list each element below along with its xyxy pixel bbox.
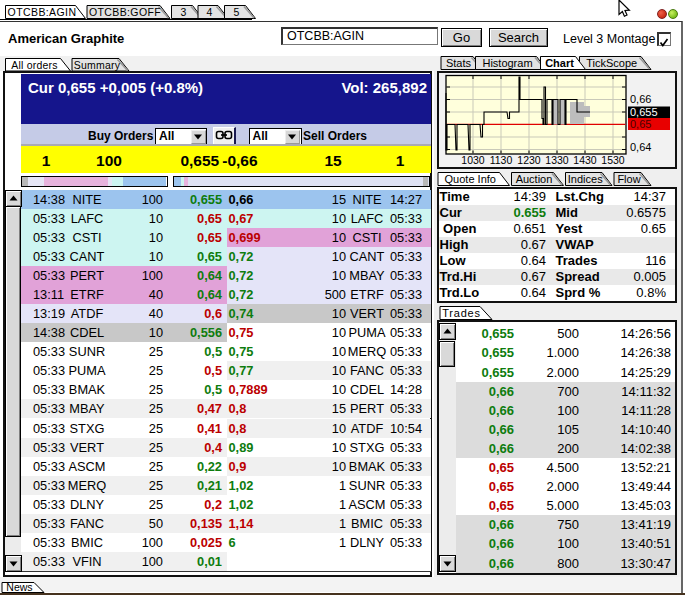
- svg-text:Stats: Stats: [446, 57, 472, 69]
- svg-text:Flow: Flow: [617, 173, 640, 185]
- svg-text:0,655: 0,655: [630, 106, 658, 118]
- svg-text:4: 4: [206, 6, 212, 18]
- svg-text:1230: 1230: [517, 154, 541, 166]
- svg-text:1130: 1130: [490, 154, 513, 166]
- svg-text:0,65: 0,65: [630, 118, 651, 130]
- svg-text:1330: 1330: [545, 154, 569, 166]
- svg-text:Indices: Indices: [568, 173, 603, 185]
- svg-text:News: News: [6, 582, 32, 593]
- svg-text:3: 3: [180, 6, 186, 18]
- svg-text:1530: 1530: [601, 154, 625, 166]
- svg-text:Chart: Chart: [545, 57, 574, 69]
- svg-text:Quote Info: Quote Info: [445, 173, 496, 185]
- svg-text:1430: 1430: [573, 154, 597, 166]
- svg-text:OTCBB:GOFF: OTCBB:GOFF: [89, 6, 161, 18]
- svg-text:5: 5: [233, 6, 239, 18]
- svg-text:1030: 1030: [461, 154, 485, 166]
- svg-text:0,66: 0,66: [630, 93, 651, 105]
- svg-text:OTCBB:AGIN: OTCBB:AGIN: [8, 6, 77, 18]
- svg-text:Trades: Trades: [442, 307, 481, 319]
- svg-text:Histogram: Histogram: [482, 57, 532, 69]
- svg-text:Auction: Auction: [516, 173, 553, 185]
- svg-text:TickScope: TickScope: [586, 57, 637, 69]
- svg-text:0,64: 0,64: [630, 141, 651, 153]
